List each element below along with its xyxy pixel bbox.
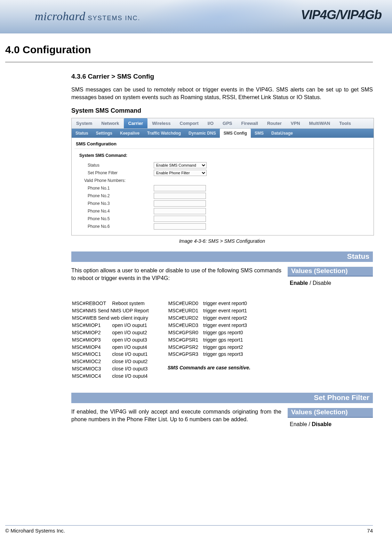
- subtab-sms-config[interactable]: SMS Config: [220, 129, 251, 138]
- cmd-row: MSC#WEB Send web client inquiry: [72, 315, 153, 321]
- tab-router[interactable]: Router: [263, 118, 286, 128]
- input-phone1[interactable]: [154, 185, 206, 191]
- tab-tools[interactable]: Tools: [335, 118, 355, 128]
- cmd-code: MSC#GPSR3: [168, 351, 202, 358]
- label-phone3: Phone No.3: [88, 201, 154, 206]
- tab-carrier[interactable]: Carrier: [124, 118, 148, 128]
- subtab-datausage[interactable]: DataUsage: [267, 129, 297, 138]
- cmd-code: MSC#REBOOT: [72, 300, 111, 307]
- cmds-right-table: MSC#EURD0trigger event report0MSC#EURD1t…: [168, 299, 252, 358]
- tab-vpn[interactable]: VPN: [286, 118, 305, 128]
- divider: [5, 62, 373, 62]
- tab-comport[interactable]: Comport: [175, 118, 203, 128]
- page-number: 74: [367, 528, 373, 534]
- input-phone6[interactable]: [154, 223, 206, 230]
- row-valid-numbers: Valid Phone Numbers:: [74, 177, 374, 184]
- footer-rule: [5, 525, 373, 526]
- cmd-code: MSC#MIOC1: [72, 351, 111, 358]
- brand-main: microhard: [35, 10, 86, 23]
- cmd-desc: open I/O ouput3: [112, 337, 153, 343]
- cmd-code: MSC#EURD0: [168, 300, 202, 307]
- tab-system[interactable]: System: [72, 118, 97, 128]
- cmd-code: MSC#EURD1: [168, 307, 202, 314]
- sms-commands: MSC#REBOOTReboot systemMSC#NMS Send NMS …: [71, 299, 373, 380]
- section-title: 4.3.6 Carrier > SMS Config: [71, 73, 373, 80]
- input-phone2[interactable]: [154, 193, 206, 199]
- cmd-code: MSC#MIOC4: [72, 373, 111, 379]
- chapter-title: 4.0 Configuration: [5, 44, 373, 56]
- subtab-keepalive[interactable]: Keepalive: [116, 129, 143, 138]
- brand-logo-right: VIP4G/VIP4Gb: [301, 8, 382, 22]
- row-status: Status Enable SMS Command: [74, 161, 374, 169]
- row-phone5: Phone No.5: [74, 215, 374, 223]
- input-phone5[interactable]: [154, 216, 206, 222]
- select-status[interactable]: Enable SMS Command: [154, 162, 207, 168]
- cmds-left-table: MSC#REBOOTReboot systemMSC#NMS Send NMS …: [71, 299, 154, 380]
- values-header: Values (Selection): [288, 267, 373, 277]
- tab-wireless[interactable]: Wireless: [147, 118, 175, 128]
- status-value-bold: Enable: [290, 280, 308, 286]
- cmds-left-col: MSC#REBOOTReboot systemMSC#NMS Send NMS …: [71, 299, 154, 380]
- cmd-desc: close I/O ouput3: [112, 366, 153, 372]
- row-phone-filter: Set Phone Filter Enable Phone Filter: [74, 169, 374, 177]
- cmd-desc: close I/O ouput2: [112, 358, 153, 365]
- cmd-code: MSC#GPSR2: [168, 344, 202, 351]
- cmd-desc: Reboot system: [112, 300, 153, 307]
- row-phone2: Phone No.2: [74, 192, 374, 200]
- label-phone5: Phone No.5: [88, 216, 154, 221]
- row-phone3: Phone No.3: [74, 200, 374, 207]
- label-valid-numbers: Valid Phone Numbers:: [84, 178, 154, 183]
- input-phone3[interactable]: [154, 200, 206, 207]
- cmd-code: MSC#MIOP4: [72, 344, 111, 351]
- label-phone2: Phone No.2: [88, 193, 154, 198]
- panel: SMS Configuration System SMS Command: St…: [72, 138, 374, 235]
- cmd-code: MSC#EURD2: [168, 315, 202, 321]
- select-phone-filter[interactable]: Enable Phone Filter: [154, 170, 207, 176]
- filter-value: Enable / Disable: [288, 418, 373, 431]
- tab-gps[interactable]: GPS: [218, 118, 237, 128]
- cmd-code: MSC#MIOC2: [72, 358, 111, 365]
- row-phone4: Phone No.4: [74, 207, 374, 215]
- filter-description: If enabled, the VIP4G will only accept a…: [71, 408, 281, 431]
- cmd-desc: open I/O ouput4: [112, 344, 153, 351]
- label-phone4: Phone No.4: [88, 209, 154, 214]
- label-status: Status: [88, 163, 154, 168]
- tab-firewall[interactable]: Firewall: [237, 118, 263, 128]
- status-description: This option allows a user to enable or d…: [71, 267, 281, 290]
- subtab-sms[interactable]: SMS: [251, 129, 267, 138]
- subtab-traffic-watchdog[interactable]: Traffic Watchdog: [143, 129, 185, 138]
- sub-tab-row: Status Settings Keepalive Traffic Watchd…: [72, 129, 374, 138]
- cmds-right-col: MSC#EURD0trigger event report0MSC#EURD1t…: [168, 299, 252, 380]
- cmds-note: SMS Commands are case sensitive.: [168, 365, 252, 371]
- subtab-dynamic-dns[interactable]: Dynamic DNS: [185, 129, 220, 138]
- tab-network[interactable]: Network: [97, 118, 123, 128]
- sub-heading: System SMS Command: [71, 107, 373, 114]
- cmd-desc: trigger gps report0: [203, 329, 251, 336]
- tab-io[interactable]: I/O: [203, 118, 218, 128]
- cmd-code: MSC#GPSR1: [168, 337, 202, 343]
- cmd-desc: trigger event report0: [203, 300, 251, 307]
- cmd-desc: close I/O ouput1: [112, 351, 153, 358]
- subtab-status[interactable]: Status: [72, 129, 92, 138]
- screenshot-caption: Image 4-3-6: SMS > SMS Configuration: [71, 238, 373, 244]
- cmd-desc: trigger event report3: [203, 322, 251, 329]
- label-phone-filter: Set Phone Filter: [88, 170, 154, 175]
- cmd-code: MSC#MIOP3: [72, 337, 111, 343]
- cmd-code: MSC#EURD3: [168, 322, 202, 329]
- intro-paragraph: SMS messages can be used to remotely reb…: [71, 86, 373, 101]
- main-tab-row: System Network Carrier Wireless Comport …: [72, 118, 374, 129]
- row-phone1: Phone No.1: [74, 184, 374, 192]
- values-header-2: Values (Selection): [288, 408, 373, 418]
- bar-phone-filter: Set Phone Filter: [71, 393, 373, 403]
- tab-multiwan[interactable]: MultiWAN: [305, 118, 335, 128]
- cmd-code: MSC#GPSR0: [168, 329, 202, 336]
- cmd-code: MSC#MIOC3: [72, 366, 111, 372]
- values-box-status: Values (Selection) Enable / Disable: [288, 267, 373, 290]
- label-phone6: Phone No.6: [88, 224, 154, 229]
- filter-value-pre: Enable /: [290, 421, 312, 427]
- cmd-desc: trigger event report2: [203, 315, 251, 321]
- input-phone4[interactable]: [154, 208, 206, 214]
- subtab-settings[interactable]: Settings: [92, 129, 116, 138]
- group-title: System SMS Command:: [74, 152, 374, 161]
- cmd-code: MSC#MIOP1: [72, 322, 111, 329]
